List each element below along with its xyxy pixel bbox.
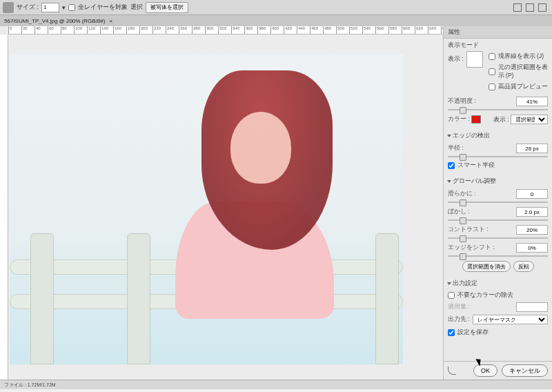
chevron-down-icon: [447, 135, 451, 137]
undo-icon[interactable]: [448, 366, 456, 375]
global-refinements-section[interactable]: グローバル調整: [448, 175, 548, 188]
document-tab-label: 567ISUMI_TP_V4.jpg @ 200% (RGB/8#): [4, 18, 105, 24]
radius-slider[interactable]: [448, 156, 548, 157]
output-to-select[interactable]: レイヤーマスク: [473, 315, 548, 324]
tool-icon[interactable]: [3, 2, 14, 13]
radius-input[interactable]: [516, 144, 548, 153]
reset-icon[interactable]: [513, 3, 522, 12]
all-layers-checkbox[interactable]: [68, 4, 75, 11]
share-icon[interactable]: [538, 3, 546, 12]
shift-edge-input[interactable]: [516, 243, 548, 253]
properties-panel: 属性 表示モード 表示 : 境界線を表示 (J) 元の選択範囲を表示 (P) 高…: [443, 26, 552, 380]
hq-preview-label: 高品質プレビュー: [498, 83, 548, 91]
refine-edge: 選択: [130, 3, 143, 12]
amount-label: 適用量 :: [448, 303, 470, 311]
smart-radius-checkbox[interactable]: [448, 162, 455, 169]
cancel-button[interactable]: キャンセル: [502, 364, 548, 377]
close-icon[interactable]: ×: [109, 18, 112, 24]
select-subject-button[interactable]: 被写体を選択: [146, 2, 188, 13]
invert-button[interactable]: 反転: [513, 261, 534, 272]
horizontal-ruler: 0204060801001201401601802002202402602803…: [8, 26, 443, 35]
show-label: 表示 :: [448, 55, 464, 63]
view-mode-preview[interactable]: [466, 51, 483, 68]
size-input[interactable]: [41, 3, 59, 12]
all-layers-label: 全レイヤーを対象: [78, 3, 128, 12]
feather-slider[interactable]: [448, 219, 548, 221]
opacity-input[interactable]: [516, 97, 548, 106]
color-swatch[interactable]: [471, 115, 481, 124]
view-mode-label: 表示モード: [448, 41, 548, 50]
decontaminate-checkbox[interactable]: [448, 292, 455, 299]
feather-input[interactable]: [516, 207, 548, 217]
opacity-slider[interactable]: [448, 109, 548, 110]
chevron-down-icon: [447, 180, 451, 183]
remember-settings-checkbox[interactable]: [448, 329, 455, 336]
output-settings-section[interactable]: 出力設定: [448, 277, 548, 290]
clear-selection-button[interactable]: 選択範囲を消去: [462, 261, 511, 272]
color-label: カラー :: [448, 115, 470, 122]
smart-radius-label: スマート半径: [457, 161, 495, 170]
show-original-label: 元の選択範囲を表示 (P): [498, 63, 548, 80]
vertical-ruler: [0, 35, 8, 380]
show-original-checkbox[interactable]: [489, 68, 495, 75]
contrast-label: コントラスト :: [448, 226, 489, 234]
ok-button[interactable]: OK: [473, 364, 497, 377]
canvas-area: 0204060801001201401601802002202402602803…: [0, 26, 443, 380]
shift-edge-slider[interactable]: [448, 255, 548, 257]
contrast-slider[interactable]: [448, 237, 548, 239]
status-bar: ファイル : 1.72M/1.72M: [0, 380, 552, 389]
smooth-slider[interactable]: [448, 202, 548, 203]
opacity-label: 不透明度 :: [448, 97, 476, 106]
shift-edge-label: エッジをシフト :: [448, 244, 495, 252]
image-canvas[interactable]: [10, 54, 403, 364]
output-to-label: 出力先 :: [448, 315, 470, 324]
show-edge-checkbox[interactable]: [489, 53, 495, 60]
contrast-input[interactable]: [516, 225, 548, 235]
document-tab[interactable]: 567ISUMI_TP_V4.jpg @ 200% (RGB/8#) ×: [0, 15, 552, 26]
color-show-label: 表示 :: [493, 116, 509, 123]
edge-detection-section[interactable]: エッジの検出: [448, 130, 548, 142]
chevron-down-icon: [447, 282, 451, 285]
show-edge-label: 境界線を表示 (J): [498, 52, 548, 61]
indicate-select[interactable]: 選択範囲: [511, 115, 548, 124]
amount-input: [516, 302, 548, 312]
feather-label: ぼかし :: [448, 208, 470, 216]
size-unit: ▾: [62, 4, 66, 11]
smooth-label: 滑らかに :: [448, 190, 476, 198]
decontaminate-label: 不要なカラーの除去: [457, 291, 513, 300]
hq-preview-checkbox[interactable]: [489, 84, 495, 90]
arrange-icon[interactable]: [526, 3, 534, 12]
smooth-input[interactable]: [516, 189, 548, 199]
options-bar: サイズ : ▾ 全レイヤーを対象 選択 被写体を選択: [0, 0, 552, 15]
remember-settings-label: 設定を保存: [457, 329, 489, 337]
size-label: サイズ :: [17, 3, 39, 12]
radius-label: 半径 :: [448, 144, 464, 153]
panel-title: 属性: [444, 26, 552, 39]
